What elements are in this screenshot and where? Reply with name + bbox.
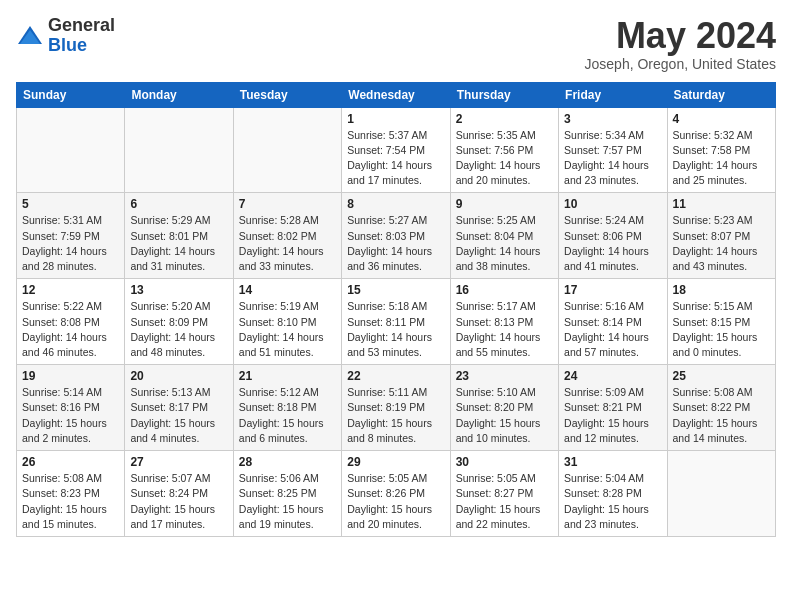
weekday-header-wednesday: Wednesday	[342, 82, 450, 107]
day-number: 28	[239, 455, 336, 469]
calendar-cell: 30Sunrise: 5:05 AM Sunset: 8:27 PM Dayli…	[450, 451, 558, 537]
title-block: May 2024 Joseph, Oregon, United States	[585, 16, 776, 72]
day-number: 6	[130, 197, 227, 211]
weekday-header-monday: Monday	[125, 82, 233, 107]
day-number: 29	[347, 455, 444, 469]
weekday-header-tuesday: Tuesday	[233, 82, 341, 107]
day-info: Sunrise: 5:15 AM Sunset: 8:15 PM Dayligh…	[673, 299, 770, 360]
calendar-cell: 28Sunrise: 5:06 AM Sunset: 8:25 PM Dayli…	[233, 451, 341, 537]
day-number: 25	[673, 369, 770, 383]
calendar-cell	[17, 107, 125, 193]
day-info: Sunrise: 5:13 AM Sunset: 8:17 PM Dayligh…	[130, 385, 227, 446]
calendar-cell: 1Sunrise: 5:37 AM Sunset: 7:54 PM Daylig…	[342, 107, 450, 193]
calendar-cell: 10Sunrise: 5:24 AM Sunset: 8:06 PM Dayli…	[559, 193, 667, 279]
weekday-header-thursday: Thursday	[450, 82, 558, 107]
day-number: 8	[347, 197, 444, 211]
weekday-header-friday: Friday	[559, 82, 667, 107]
day-number: 22	[347, 369, 444, 383]
day-info: Sunrise: 5:10 AM Sunset: 8:20 PM Dayligh…	[456, 385, 553, 446]
page-header: General Blue May 2024 Joseph, Oregon, Un…	[16, 16, 776, 72]
day-number: 27	[130, 455, 227, 469]
day-number: 18	[673, 283, 770, 297]
calendar-cell	[233, 107, 341, 193]
calendar-cell: 20Sunrise: 5:13 AM Sunset: 8:17 PM Dayli…	[125, 365, 233, 451]
calendar-cell	[125, 107, 233, 193]
calendar-cell: 22Sunrise: 5:11 AM Sunset: 8:19 PM Dayli…	[342, 365, 450, 451]
day-number: 15	[347, 283, 444, 297]
day-number: 1	[347, 112, 444, 126]
calendar-cell: 31Sunrise: 5:04 AM Sunset: 8:28 PM Dayli…	[559, 451, 667, 537]
calendar-week-5: 26Sunrise: 5:08 AM Sunset: 8:23 PM Dayli…	[17, 451, 776, 537]
day-number: 31	[564, 455, 661, 469]
day-info: Sunrise: 5:05 AM Sunset: 8:27 PM Dayligh…	[456, 471, 553, 532]
day-number: 17	[564, 283, 661, 297]
calendar-table: SundayMondayTuesdayWednesdayThursdayFrid…	[16, 82, 776, 537]
day-number: 12	[22, 283, 119, 297]
calendar-cell: 8Sunrise: 5:27 AM Sunset: 8:03 PM Daylig…	[342, 193, 450, 279]
day-number: 14	[239, 283, 336, 297]
calendar-cell: 26Sunrise: 5:08 AM Sunset: 8:23 PM Dayli…	[17, 451, 125, 537]
day-info: Sunrise: 5:08 AM Sunset: 8:22 PM Dayligh…	[673, 385, 770, 446]
day-info: Sunrise: 5:18 AM Sunset: 8:11 PM Dayligh…	[347, 299, 444, 360]
day-info: Sunrise: 5:07 AM Sunset: 8:24 PM Dayligh…	[130, 471, 227, 532]
day-number: 9	[456, 197, 553, 211]
day-info: Sunrise: 5:16 AM Sunset: 8:14 PM Dayligh…	[564, 299, 661, 360]
day-info: Sunrise: 5:20 AM Sunset: 8:09 PM Dayligh…	[130, 299, 227, 360]
day-number: 4	[673, 112, 770, 126]
day-number: 20	[130, 369, 227, 383]
day-info: Sunrise: 5:06 AM Sunset: 8:25 PM Dayligh…	[239, 471, 336, 532]
logo-blue-text: Blue	[48, 36, 115, 56]
calendar-cell: 27Sunrise: 5:07 AM Sunset: 8:24 PM Dayli…	[125, 451, 233, 537]
calendar-cell: 19Sunrise: 5:14 AM Sunset: 8:16 PM Dayli…	[17, 365, 125, 451]
day-number: 19	[22, 369, 119, 383]
day-info: Sunrise: 5:23 AM Sunset: 8:07 PM Dayligh…	[673, 213, 770, 274]
calendar-cell: 7Sunrise: 5:28 AM Sunset: 8:02 PM Daylig…	[233, 193, 341, 279]
calendar-week-4: 19Sunrise: 5:14 AM Sunset: 8:16 PM Dayli…	[17, 365, 776, 451]
day-info: Sunrise: 5:35 AM Sunset: 7:56 PM Dayligh…	[456, 128, 553, 189]
calendar-cell: 14Sunrise: 5:19 AM Sunset: 8:10 PM Dayli…	[233, 279, 341, 365]
calendar-cell: 2Sunrise: 5:35 AM Sunset: 7:56 PM Daylig…	[450, 107, 558, 193]
day-info: Sunrise: 5:12 AM Sunset: 8:18 PM Dayligh…	[239, 385, 336, 446]
day-info: Sunrise: 5:34 AM Sunset: 7:57 PM Dayligh…	[564, 128, 661, 189]
day-info: Sunrise: 5:37 AM Sunset: 7:54 PM Dayligh…	[347, 128, 444, 189]
day-number: 24	[564, 369, 661, 383]
calendar-week-1: 1Sunrise: 5:37 AM Sunset: 7:54 PM Daylig…	[17, 107, 776, 193]
day-info: Sunrise: 5:32 AM Sunset: 7:58 PM Dayligh…	[673, 128, 770, 189]
day-info: Sunrise: 5:19 AM Sunset: 8:10 PM Dayligh…	[239, 299, 336, 360]
calendar-cell	[667, 451, 775, 537]
day-number: 21	[239, 369, 336, 383]
day-info: Sunrise: 5:14 AM Sunset: 8:16 PM Dayligh…	[22, 385, 119, 446]
calendar-cell: 12Sunrise: 5:22 AM Sunset: 8:08 PM Dayli…	[17, 279, 125, 365]
month-title: May 2024	[585, 16, 776, 56]
day-number: 11	[673, 197, 770, 211]
day-number: 23	[456, 369, 553, 383]
day-number: 16	[456, 283, 553, 297]
day-info: Sunrise: 5:22 AM Sunset: 8:08 PM Dayligh…	[22, 299, 119, 360]
calendar-week-2: 5Sunrise: 5:31 AM Sunset: 7:59 PM Daylig…	[17, 193, 776, 279]
day-info: Sunrise: 5:31 AM Sunset: 7:59 PM Dayligh…	[22, 213, 119, 274]
logo: General Blue	[16, 16, 115, 56]
calendar-week-3: 12Sunrise: 5:22 AM Sunset: 8:08 PM Dayli…	[17, 279, 776, 365]
calendar-cell: 16Sunrise: 5:17 AM Sunset: 8:13 PM Dayli…	[450, 279, 558, 365]
location-text: Joseph, Oregon, United States	[585, 56, 776, 72]
day-number: 5	[22, 197, 119, 211]
calendar-cell: 29Sunrise: 5:05 AM Sunset: 8:26 PM Dayli…	[342, 451, 450, 537]
calendar-cell: 23Sunrise: 5:10 AM Sunset: 8:20 PM Dayli…	[450, 365, 558, 451]
day-info: Sunrise: 5:25 AM Sunset: 8:04 PM Dayligh…	[456, 213, 553, 274]
calendar-cell: 24Sunrise: 5:09 AM Sunset: 8:21 PM Dayli…	[559, 365, 667, 451]
day-info: Sunrise: 5:28 AM Sunset: 8:02 PM Dayligh…	[239, 213, 336, 274]
calendar-cell: 17Sunrise: 5:16 AM Sunset: 8:14 PM Dayli…	[559, 279, 667, 365]
calendar-cell: 3Sunrise: 5:34 AM Sunset: 7:57 PM Daylig…	[559, 107, 667, 193]
calendar-cell: 4Sunrise: 5:32 AM Sunset: 7:58 PM Daylig…	[667, 107, 775, 193]
day-number: 2	[456, 112, 553, 126]
day-info: Sunrise: 5:09 AM Sunset: 8:21 PM Dayligh…	[564, 385, 661, 446]
day-number: 30	[456, 455, 553, 469]
weekday-header-saturday: Saturday	[667, 82, 775, 107]
day-number: 13	[130, 283, 227, 297]
calendar-cell: 13Sunrise: 5:20 AM Sunset: 8:09 PM Dayli…	[125, 279, 233, 365]
day-info: Sunrise: 5:17 AM Sunset: 8:13 PM Dayligh…	[456, 299, 553, 360]
calendar-cell: 9Sunrise: 5:25 AM Sunset: 8:04 PM Daylig…	[450, 193, 558, 279]
day-info: Sunrise: 5:27 AM Sunset: 8:03 PM Dayligh…	[347, 213, 444, 274]
day-number: 10	[564, 197, 661, 211]
day-info: Sunrise: 5:08 AM Sunset: 8:23 PM Dayligh…	[22, 471, 119, 532]
